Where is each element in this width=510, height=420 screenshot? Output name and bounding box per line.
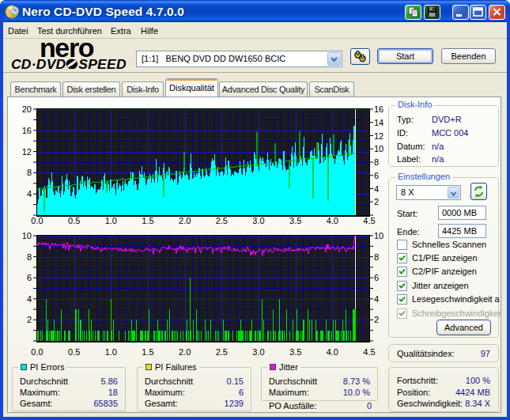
- svg-text:8: 8: [374, 157, 379, 167]
- svg-text:2.5: 2.5: [216, 347, 228, 357]
- svg-text:12: 12: [374, 131, 383, 141]
- svg-text:8: 8: [27, 252, 32, 262]
- svg-text:6: 6: [27, 273, 32, 282]
- svg-text:0.5: 0.5: [68, 216, 80, 225]
- svg-text:2.5: 2.5: [216, 216, 228, 225]
- svg-text:1.5: 1.5: [142, 347, 153, 357]
- svg-text:6: 6: [374, 273, 379, 282]
- svg-text:4: 4: [27, 294, 32, 304]
- svg-text:0.0: 0.0: [31, 347, 43, 357]
- svg-text:2: 2: [27, 315, 32, 324]
- svg-text:1.0: 1.0: [105, 347, 117, 357]
- svg-text:1.0: 1.0: [105, 216, 117, 225]
- svg-text:2.0: 2.0: [179, 347, 191, 357]
- svg-text:8: 8: [374, 252, 379, 262]
- svg-text:14: 14: [374, 118, 383, 127]
- svg-text:4.5: 4.5: [363, 216, 375, 225]
- svg-text:10: 10: [374, 144, 383, 153]
- svg-text:4.0: 4.0: [327, 216, 338, 225]
- svg-text:3.5: 3.5: [289, 347, 301, 357]
- svg-text:10: 10: [22, 231, 32, 240]
- svg-text:4: 4: [374, 294, 379, 304]
- svg-text:4.5: 4.5: [363, 347, 375, 357]
- svg-text:2: 2: [374, 197, 379, 206]
- svg-text:10: 10: [374, 231, 383, 240]
- svg-text:4: 4: [27, 189, 32, 199]
- svg-text:16: 16: [22, 126, 32, 135]
- svg-text:12: 12: [22, 147, 32, 157]
- svg-text:2: 2: [374, 315, 379, 324]
- svg-text:3.0: 3.0: [252, 347, 264, 357]
- svg-text:0.5: 0.5: [68, 347, 80, 357]
- svg-text:4: 4: [374, 184, 379, 194]
- svg-text:2.0: 2.0: [179, 216, 191, 225]
- svg-text:1.5: 1.5: [142, 216, 153, 225]
- svg-text:3.0: 3.0: [252, 216, 264, 225]
- svg-text:6: 6: [374, 171, 379, 180]
- svg-text:4.0: 4.0: [327, 347, 338, 357]
- svg-text:0.0: 0.0: [31, 216, 43, 225]
- svg-text:8: 8: [27, 168, 32, 177]
- svg-text:3.5: 3.5: [289, 216, 301, 225]
- svg-text:20: 20: [22, 104, 32, 114]
- svg-text:16: 16: [374, 104, 383, 114]
